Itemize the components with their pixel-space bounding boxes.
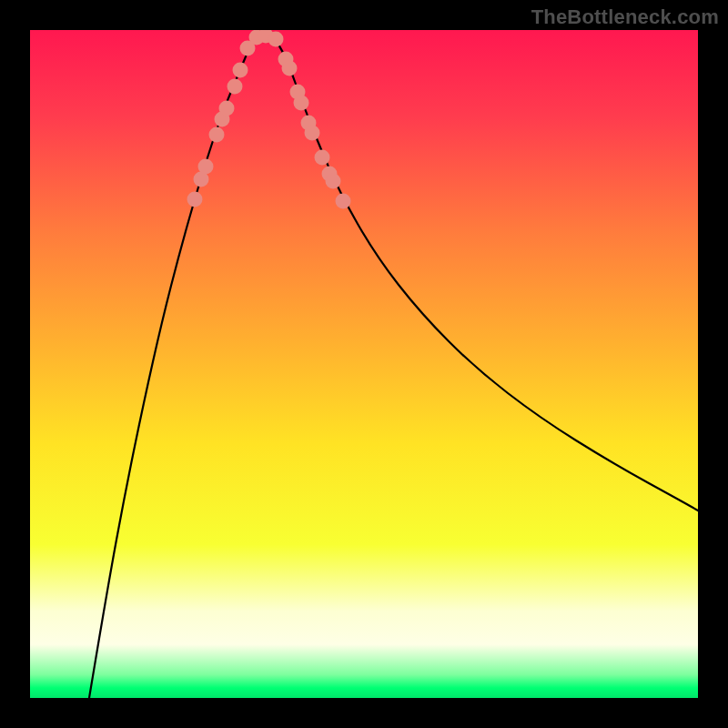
marker-dot <box>268 32 284 47</box>
gradient-background <box>30 30 698 698</box>
marker-dot <box>233 63 248 78</box>
marker-dot <box>294 96 309 111</box>
marker-dot <box>228 79 243 95</box>
marker-dot <box>282 61 298 76</box>
marker-dot <box>305 126 320 141</box>
watermark-text: TheBottleneck.com <box>531 5 719 29</box>
marker-dot <box>219 101 235 116</box>
marker-dot <box>315 150 330 166</box>
marker-dot <box>209 127 225 143</box>
marker-dot <box>187 192 203 207</box>
marker-dot <box>198 159 214 175</box>
marker-dot <box>336 194 351 209</box>
bottleneck-chart <box>30 30 698 698</box>
marker-dot <box>326 174 341 189</box>
